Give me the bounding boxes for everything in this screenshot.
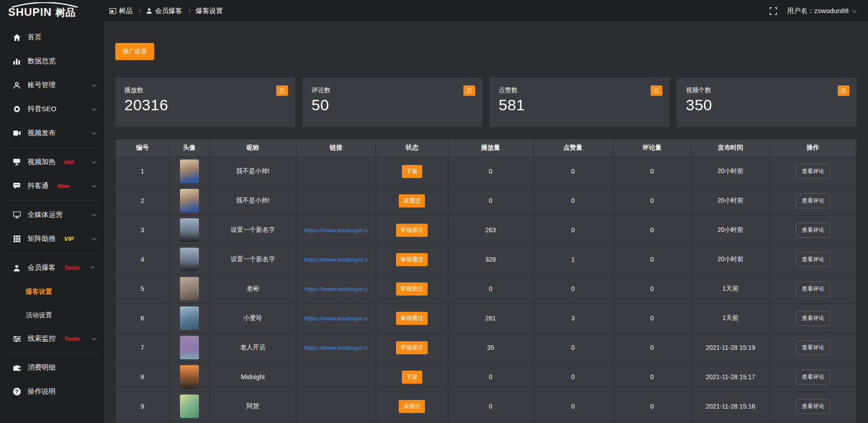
cell-link	[297, 186, 376, 215]
cell-likes: 0	[533, 216, 613, 244]
cell-action: 查看评论	[770, 274, 856, 303]
sidebar-item-data-overview[interactable]: 数据总览	[0, 49, 104, 73]
breadcrumb: 树品 会员爆客 爆客设置	[109, 7, 223, 15]
breadcrumb-item-member[interactable]: 会员爆客	[146, 7, 182, 15]
stat-value: 350	[686, 96, 848, 114]
avatar	[180, 365, 199, 389]
bar-chart-icon	[13, 58, 21, 65]
sidebar-item-douyin-seo[interactable]: 抖音SEO	[0, 97, 104, 121]
cell-nickname: 阿慧	[210, 392, 297, 421]
status-badge[interactable]: 审核通过	[396, 341, 428, 354]
table-row: 9 阿慧 未通过 0 0 0 2021-11-28 15:16 查看评论	[116, 391, 856, 421]
chevron-down-icon	[92, 130, 96, 135]
status-badge[interactable]: 下架	[402, 371, 422, 384]
status-badge[interactable]: 审核通过	[396, 253, 428, 266]
cell-nickname	[210, 421, 297, 423]
cell-status: 审核通过	[376, 274, 448, 303]
hot-badge: Hot	[64, 159, 74, 165]
stat-value: 20316	[124, 96, 286, 114]
cell-avatar	[170, 186, 210, 215]
cell-nickname: 设置一个新名字	[210, 245, 297, 274]
cell-likes: 1	[533, 245, 613, 274]
video-link[interactable]: https://www.iesdouyin.c	[304, 315, 368, 322]
sidebar-item-label: 操作说明	[28, 387, 56, 396]
sidebar-item-help[interactable]: ? 操作说明	[0, 380, 104, 404]
status-badge[interactable]: 未通过	[399, 400, 425, 413]
cell-nickname: 我不是小帅!	[210, 186, 297, 215]
breadcrumb-item-home[interactable]: 树品	[109, 7, 132, 15]
cell-plays: 0	[448, 157, 533, 186]
sidebar-item-video-heat[interactable]: 视频加热 Hot	[0, 150, 104, 174]
total-badge: 总	[276, 85, 288, 96]
view-comments-button[interactable]: 查看评论	[796, 223, 830, 238]
fullscreen-icon[interactable]	[769, 7, 777, 15]
cell-avatar	[170, 362, 210, 391]
status-badge[interactable]: 下架	[402, 165, 422, 178]
sidebar-item-member-baoke[interactable]: 会员爆客 Tools	[0, 256, 104, 280]
sidebar-item-label: 首页	[28, 33, 42, 42]
sidebar-item-spend-details[interactable]: 消费明细	[0, 356, 104, 380]
sidebar-item-matrix-boost[interactable]: 矩阵助推 VIP	[0, 227, 104, 251]
cell-avatar	[170, 245, 210, 274]
sidebar-item-home[interactable]: 首页	[0, 25, 104, 49]
cell-avatar	[170, 216, 210, 244]
user-menu[interactable]: 用户名：zswodun88	[787, 7, 855, 15]
username-label: 用户名：zswodun88	[787, 7, 849, 15]
cell-action: 查看评论	[770, 186, 856, 215]
cell-publish-time	[692, 421, 770, 423]
home-icon	[13, 34, 21, 41]
cell-number: 3	[116, 216, 170, 244]
breadcrumb-label: 爆客设置	[196, 7, 223, 15]
table-row: 6 小爱玲 https://www.iesdouyin.c 审核通过 281 3…	[116, 303, 856, 333]
sidebar-item-lead-monitor[interactable]: 线索监控 Tools	[0, 327, 104, 351]
view-comments-button[interactable]: 查看评论	[796, 282, 830, 296]
view-comments-button[interactable]: 查看评论	[796, 340, 830, 355]
cell-publish-time: 2021-11-28 15:19	[692, 333, 770, 362]
sidebar-subitem-label: 爆客设置	[26, 287, 52, 296]
cell-action: 查看评论	[770, 304, 856, 333]
cell-link: https://www.iesdouyin.c	[297, 304, 376, 333]
video-link[interactable]: https://www.iesdouyin.c	[304, 286, 368, 292]
cell-nickname: 设置一个新名字	[210, 216, 297, 244]
cell-comments: 0	[613, 392, 692, 421]
cell-likes: 0	[533, 186, 613, 215]
view-comments-button[interactable]: 查看评论	[796, 164, 830, 179]
sidebar-subitem-activity-settings[interactable]: 活动设置	[0, 303, 104, 327]
col-header: 昵称	[210, 139, 297, 156]
cell-status: 未通过	[376, 392, 448, 421]
cell-action: 查看评论	[770, 392, 856, 421]
user-icon	[146, 8, 152, 14]
cell-likes: 0	[533, 157, 613, 186]
video-link[interactable]: https://www.iesdouyin.c	[304, 227, 368, 234]
cell-number: 6	[116, 304, 170, 333]
user-icon	[13, 82, 21, 89]
view-comments-button[interactable]: 查看评论	[796, 370, 830, 385]
status-badge[interactable]: 审核通过	[396, 224, 428, 237]
new-badge: New	[57, 183, 70, 189]
cell-publish-time: 20小时前	[692, 245, 770, 274]
view-comments-button[interactable]: 查看评论	[796, 311, 830, 326]
cell-link	[297, 421, 376, 423]
view-comments-button[interactable]: 查看评论	[796, 252, 830, 267]
cell-likes	[533, 421, 613, 423]
sidebar-item-video-publish[interactable]: 视频发布	[0, 121, 104, 145]
promotion-settings-button[interactable]: 推广设置	[115, 43, 154, 60]
table-row: 2 我不是小帅! 未通过 0 0 0 20小时前 查看评论	[116, 186, 856, 215]
view-comments-button[interactable]: 查看评论	[796, 399, 830, 414]
avatar	[180, 336, 199, 359]
video-link[interactable]: https://www.iesdouyin.c	[304, 256, 368, 263]
sidebar-item-douketong[interactable]: 抖客通 New	[0, 174, 104, 198]
status-badge[interactable]: 审核通过	[396, 312, 428, 325]
video-link[interactable]: https://www.iesdouyin.c	[304, 344, 368, 351]
status-badge[interactable]: 审核通过	[396, 282, 428, 296]
cell-publish-time: 2021-11-28 15:17	[692, 362, 770, 391]
status-badge[interactable]: 未通过	[399, 194, 425, 207]
sidebar-subitem-baoke-settings[interactable]: 爆客设置	[0, 280, 104, 303]
screen-icon	[13, 159, 21, 165]
member-icon	[13, 264, 21, 272]
cell-nickname: 我不是小帅!	[210, 157, 297, 186]
view-comments-button[interactable]: 查看评论	[796, 193, 830, 208]
sidebar-item-omni-media[interactable]: 全媒体运营	[0, 203, 104, 227]
cell-avatar	[170, 333, 210, 362]
sidebar-item-account-mgmt[interactable]: 账号管理	[0, 73, 104, 97]
